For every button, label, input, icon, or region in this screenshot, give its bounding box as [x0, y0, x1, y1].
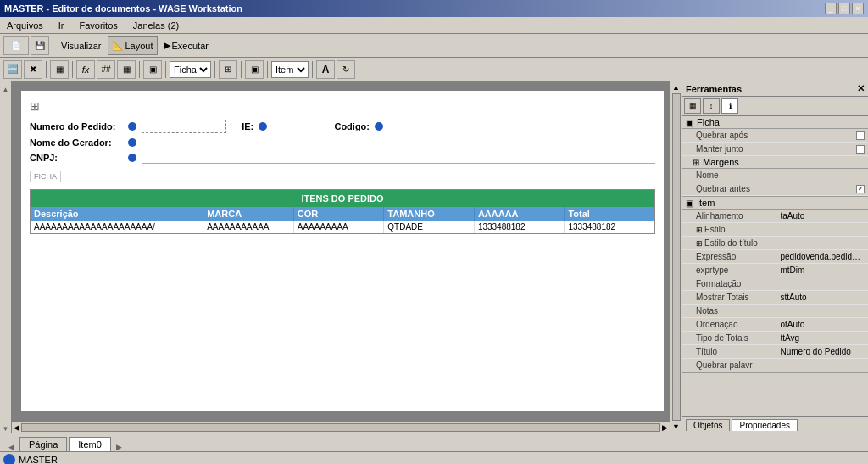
separator2: [46, 61, 47, 78]
status-icon: [3, 454, 15, 465]
doc-add-button[interactable]: ⊞: [30, 99, 655, 113]
menu-button[interactable]: ▦: [50, 60, 69, 79]
prop-tipo-totais: Tipo de Totais ttAvg: [682, 332, 868, 345]
menu-arquivos[interactable]: Arquivos: [3, 20, 47, 31]
label-expressao: Expressão: [696, 252, 781, 261]
table-row: AAAAAAAAAAAAAAAAAAAAA/ AAAAAAAAAAA AAAAA…: [31, 221, 654, 233]
executar-button[interactable]: ▶ Executar: [159, 36, 213, 55]
data-table: ITENS DO PEDIDO Descrição MARCA COR TAMA…: [30, 189, 655, 234]
label-cnpj: CNPJ:: [30, 153, 123, 163]
scroll-track-v[interactable]: [672, 93, 681, 421]
maximize-button[interactable]: □: [838, 3, 850, 14]
toolbar1: 📄 💾 Visualizar 📐 Layout ▶ Executar: [0, 34, 868, 58]
horizontal-scrollbar[interactable]: ◀ ▶: [12, 421, 670, 433]
cell-tamanho: QTDADE: [384, 221, 475, 233]
label-quebrar-antes: Quebrar antes: [696, 184, 856, 193]
tab-propriedades[interactable]: Propriedades: [732, 419, 797, 431]
label-notas: Notas: [696, 306, 781, 316]
frame2-button[interactable]: ▣: [245, 60, 264, 79]
section-item-label: Item: [697, 198, 715, 208]
section-ficha-header[interactable]: ▣ Ficha: [682, 116, 868, 129]
save-button[interactable]: 💾: [31, 36, 49, 55]
fx-button[interactable]: fx: [76, 60, 95, 79]
section-margens-header[interactable]: ⊞ Margens: [682, 156, 868, 169]
vertical-scrollbar[interactable]: ▲ ▼: [670, 81, 682, 433]
ficha-dropdown[interactable]: Ficha: [170, 61, 211, 78]
tab-pagina[interactable]: Página: [19, 437, 67, 451]
col-tamanho: TAMANHO: [384, 207, 475, 221]
props-content: ▣ Ficha Quebrar após Manter junto ⊞ M: [682, 116, 868, 416]
grid2-button[interactable]: ⊞: [219, 60, 237, 79]
close-button[interactable]: ×: [852, 3, 864, 14]
text-a-button[interactable]: A: [316, 60, 335, 79]
ficha-collapse-icon: ▣: [686, 118, 693, 127]
separator6: [214, 61, 215, 78]
canvas-scroll[interactable]: ⊞ Numero do Pedido: IE:: [12, 81, 670, 421]
prop-notas: Notas: [682, 305, 868, 318]
dot-cnpj: [128, 154, 136, 162]
executar-label: Executar: [172, 41, 209, 51]
label-alinhamento: Alinhamento: [696, 211, 781, 221]
value-titulo: Numero do Pedido: [781, 347, 865, 356]
dot-nome-gerador: [128, 138, 136, 147]
table-columns: Descrição MARCA COR TAMANHO AAAAAA Total: [31, 207, 654, 221]
cell-total: 1333488182: [565, 221, 654, 233]
estilo-expand[interactable]: ⊞: [696, 226, 703, 234]
col-aaaaaa: AAAAAA: [475, 207, 565, 221]
left-scroll-up[interactable]: ▲: [3, 86, 9, 93]
col-total: Total: [565, 207, 654, 221]
props-bottom-tabs: Objetos Propriedades: [682, 416, 868, 433]
canvas-wrapper: ⊞ Numero do Pedido: IE:: [12, 81, 670, 433]
hash-button[interactable]: ##: [97, 60, 115, 79]
new-doc-button[interactable]: 📄: [3, 36, 29, 55]
frame-button[interactable]: ▣: [143, 60, 162, 79]
label-ordenacao: Ordenação: [696, 320, 781, 329]
section-margens-label: Margens: [703, 157, 739, 167]
section-ficha: ▣ Ficha Quebrar após Manter junto ⊞ M: [682, 116, 868, 197]
layout-label: Layout: [125, 41, 153, 51]
table-header: ITENS DO PEDIDO: [31, 190, 654, 207]
input-nome-gerador[interactable]: [142, 137, 655, 148]
props-icon-sort[interactable]: ↕: [703, 98, 720, 114]
visualizar-button[interactable]: Visualizar: [57, 36, 106, 55]
menu-janelas[interactable]: Janelas (2): [130, 20, 182, 31]
input-cnpj[interactable]: [142, 152, 655, 164]
tab-arrow-left[interactable]: ◀: [8, 443, 14, 451]
left-scroll-down[interactable]: ▼: [3, 425, 9, 433]
value-expressao: pedidovenda.pedido_ver: [781, 252, 865, 261]
check-quebrar-antes[interactable]: [856, 185, 865, 193]
delete-button[interactable]: ✖: [24, 60, 42, 79]
props-close-icon[interactable]: ✕: [857, 83, 865, 94]
props-icon-info[interactable]: ℹ: [721, 98, 738, 114]
scroll-down-button[interactable]: ▼: [672, 422, 680, 431]
menu-favoritos[interactable]: Favoritos: [76, 20, 121, 31]
menu-ir[interactable]: Ir: [55, 20, 68, 31]
field-row-pedido: Numero do Pedido: IE: Codigo:: [30, 120, 655, 133]
cell-descricao: AAAAAAAAAAAAAAAAAAAAA/: [31, 221, 203, 233]
item-dropdown[interactable]: Item: [271, 61, 309, 78]
estilo-titulo-expand[interactable]: ⊞: [696, 239, 703, 248]
props-icon-grid[interactable]: ▦: [684, 98, 701, 114]
tab-item0[interactable]: Item0: [69, 437, 111, 451]
scroll-left-button[interactable]: ◀: [14, 423, 19, 432]
label-estilo: Estilo: [704, 225, 865, 234]
scroll-track-h[interactable]: [21, 423, 660, 432]
input-numero-pedido[interactable]: [142, 120, 226, 133]
layout-button[interactable]: 📐 Layout: [108, 36, 158, 55]
rotate-button[interactable]: ↻: [337, 60, 355, 79]
label-tipo-totais: Tipo de Totais: [696, 333, 781, 343]
scroll-up-button[interactable]: ▲: [672, 83, 680, 92]
prop-estilo-titulo: ⊞ Estilo do título: [682, 237, 868, 250]
new-button2[interactable]: 🆕: [3, 60, 22, 79]
check-manter-junto[interactable]: [856, 145, 865, 154]
document-canvas: ⊞ Numero do Pedido: IE:: [20, 90, 665, 412]
section-item-header[interactable]: ▣ Item: [682, 197, 868, 210]
grid-button[interactable]: ▦: [117, 60, 136, 79]
check-quebrar-apos[interactable]: [856, 131, 865, 140]
scroll-right-button[interactable]: ▶: [662, 423, 668, 432]
label-codigo: Codigo:: [334, 121, 370, 131]
item-collapse-icon: ▣: [686, 198, 693, 208]
tab-arrow-right[interactable]: ▶: [116, 443, 122, 451]
tab-objetos[interactable]: Objetos: [686, 419, 730, 431]
minimize-button[interactable]: _: [825, 3, 837, 14]
